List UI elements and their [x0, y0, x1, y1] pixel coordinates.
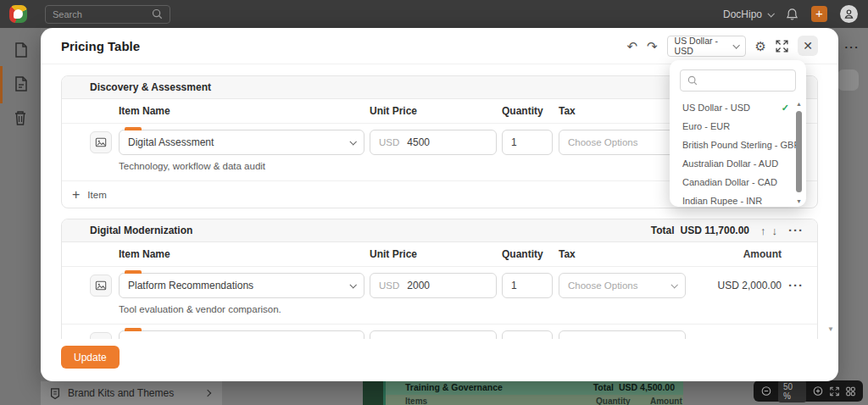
- tax-select[interactable]: Choose Options: [559, 273, 686, 298]
- move-up-icon[interactable]: ↑: [760, 225, 766, 237]
- currency-select[interactable]: US Dollar - USD: [667, 36, 746, 57]
- section-more-icon[interactable]: ···: [788, 226, 804, 235]
- global-search[interactable]: [45, 5, 170, 24]
- currency-option[interactable]: Australian Dollar - AUD: [670, 154, 806, 173]
- currency-option[interactable]: Indian Rupee - INR: [670, 191, 806, 207]
- unit-price-field[interactable]: USD: [370, 273, 497, 298]
- table-header-row: Item Name Unit Price Quantity Tax Amount: [62, 242, 817, 267]
- chevron-down-icon: [767, 10, 774, 17]
- brand-kits-label: Brand Kits and Themes: [68, 387, 174, 399]
- select-accent-tab: [125, 328, 142, 331]
- item-name-value: Platform Recommendations: [128, 280, 253, 291]
- row-image-button[interactable]: [90, 332, 112, 339]
- sidebar-document-lines-icon[interactable]: [12, 75, 29, 92]
- fit-screen-icon[interactable]: [830, 386, 839, 397]
- dropdown-scrollbar[interactable]: ▲ ▼: [795, 103, 804, 203]
- undo-icon[interactable]: ↶: [626, 40, 637, 53]
- item-name-select[interactable]: [119, 330, 364, 339]
- modal-title: Pricing Table: [61, 39, 140, 53]
- header-item-name: Item Name: [119, 248, 364, 260]
- zoom-controls: 50 %: [754, 380, 863, 402]
- currency-option-label: Australian Dollar - AUD: [682, 154, 778, 173]
- brand-kits-bar[interactable]: Brand Kits and Themes: [41, 381, 222, 405]
- close-icon[interactable]: ✕: [798, 36, 818, 56]
- currency-option-label: Euro - EUR: [682, 117, 730, 136]
- zoom-out-icon[interactable]: [761, 386, 771, 397]
- header-quantity: Quantity: [502, 248, 553, 260]
- currency-option[interactable]: British Pound Sterling - GBP: [670, 136, 806, 154]
- canvas-side-button[interactable]: [837, 69, 859, 91]
- sidebar-active-indicator: [0, 66, 3, 103]
- row-image-button[interactable]: [90, 131, 112, 153]
- update-button[interactable]: Update: [61, 346, 120, 369]
- currency-option[interactable]: Euro - EUR: [670, 117, 806, 136]
- row-more-icon[interactable]: ···: [788, 278, 804, 292]
- header-tax: Tax: [559, 105, 686, 117]
- canvas-col-amount: Amount: [650, 397, 682, 405]
- currency-search[interactable]: [680, 69, 796, 92]
- section-total-label: Total: [651, 225, 675, 236]
- quantity-field[interactable]: [502, 273, 553, 298]
- search-icon: [152, 8, 163, 19]
- canvas-total-value: USD 4,500.00: [619, 382, 675, 392]
- unit-price-field[interactable]: [370, 330, 497, 339]
- unit-price-input[interactable]: [407, 136, 487, 148]
- sidebar-page-icon[interactable]: [12, 42, 29, 58]
- currency-dropdown-panel: US Dollar - USD ✓ Euro - EUR British Pou…: [670, 60, 806, 207]
- canvas-total-label: Total: [593, 382, 614, 392]
- currency-select-value: US Dollar - USD: [675, 36, 733, 56]
- table-row-partial: [62, 324, 817, 339]
- zoom-level[interactable]: 50 %: [778, 380, 806, 402]
- pages-grid-icon[interactable]: [846, 386, 855, 397]
- sidebar-trash-icon[interactable]: [12, 109, 29, 126]
- quantity-input[interactable]: [511, 280, 543, 291]
- canvas-table-edge: [363, 379, 383, 405]
- item-description: Tool evaluation & vendor comparison.: [119, 302, 817, 324]
- user-avatar[interactable]: [840, 5, 858, 23]
- editor-sidebar: [0, 28, 41, 405]
- move-down-icon[interactable]: ↓: [772, 225, 778, 237]
- fullscreen-icon[interactable]: [776, 40, 788, 53]
- brand-kit-icon: [49, 387, 61, 400]
- chevron-down-icon: [732, 42, 739, 48]
- quantity-field[interactable]: [502, 330, 553, 339]
- notifications-bell-icon[interactable]: [786, 8, 798, 21]
- topbar: DocHipo +: [0, 0, 868, 28]
- settings-gear-icon[interactable]: ⚙: [755, 40, 766, 53]
- currency-option[interactable]: US Dollar - USD ✓: [670, 98, 806, 117]
- redo-icon[interactable]: ↷: [647, 40, 658, 53]
- search-icon: [687, 75, 698, 86]
- dochipo-logo[interactable]: [9, 5, 27, 23]
- tax-select[interactable]: [559, 330, 686, 339]
- scroll-down-icon[interactable]: ▼: [796, 198, 802, 204]
- canvas-col-items: Items: [405, 397, 427, 405]
- create-new-button[interactable]: +: [811, 6, 827, 22]
- scrollbar-thumb[interactable]: [796, 111, 802, 192]
- scroll-up-icon[interactable]: ▲: [796, 101, 802, 107]
- currency-option-label: Indian Rupee - INR: [682, 191, 762, 207]
- currency-option[interactable]: Canadian Dollar - CAD: [670, 173, 806, 191]
- workspace-menu[interactable]: DocHipo: [723, 8, 773, 20]
- add-item-label: Item: [87, 190, 106, 200]
- section-title: Digital Modernization: [90, 225, 192, 236]
- item-name-value: Digital Assessment: [128, 136, 214, 148]
- quantity-field[interactable]: [502, 130, 553, 155]
- workspace-menu-label: DocHipo: [723, 8, 762, 20]
- item-name-select[interactable]: Platform Recommendations: [119, 273, 364, 298]
- currency-prefix: USD: [379, 137, 399, 147]
- item-name-select[interactable]: Digital Assessment: [119, 130, 364, 155]
- unit-price-field[interactable]: USD: [370, 130, 497, 155]
- row-amount: USD 2,000.00: [686, 280, 782, 291]
- tax-select[interactable]: Choose Options: [559, 130, 686, 155]
- currency-search-input[interactable]: [703, 75, 788, 86]
- unit-price-input[interactable]: [407, 280, 487, 291]
- global-search-input[interactable]: [53, 9, 152, 19]
- zoom-in-icon[interactable]: [813, 386, 823, 397]
- quantity-input[interactable]: [511, 136, 543, 148]
- image-placeholder-icon: [95, 136, 107, 148]
- row-image-button[interactable]: [90, 275, 112, 297]
- modal-scrollbar-down-arrow[interactable]: ▼: [827, 325, 834, 333]
- canvas-section-title: Training & Governance: [405, 382, 503, 392]
- canvas-more-button[interactable]: ···: [845, 41, 860, 53]
- currency-option-label: British Pound Sterling - GBP: [682, 136, 800, 154]
